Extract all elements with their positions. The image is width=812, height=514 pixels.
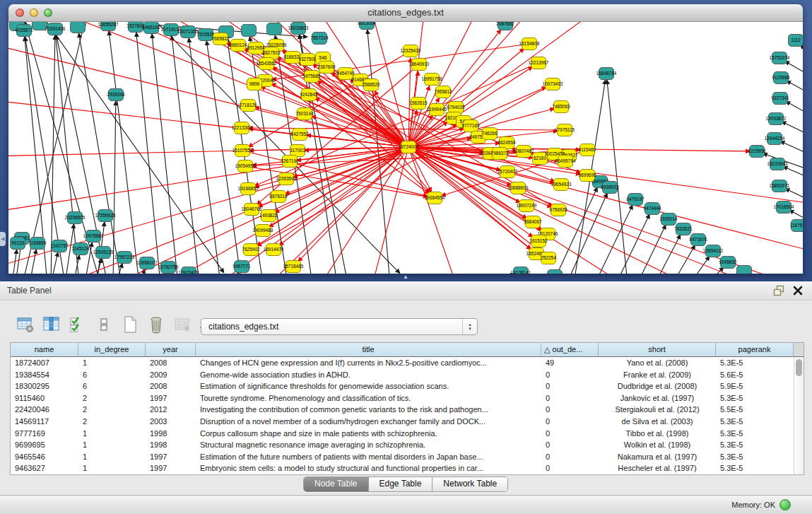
graph-node[interactable] [242, 25, 257, 37]
table-row[interactable]: 1456911722003Disruption of a novel membe… [11, 416, 794, 428]
graph-node[interactable] [71, 22, 86, 33]
graph-node-label: 18640910 [409, 62, 430, 66]
table-row[interactable]: 977716911998Corpus callosum shape and si… [11, 428, 794, 440]
column-header-short[interactable]: short [599, 343, 716, 357]
table-cell: 2003 [146, 416, 196, 428]
table-cell: 0 [541, 416, 599, 428]
graph-node-label: 6794028 [447, 105, 465, 110]
graph-node-label: 9474444 [643, 206, 661, 211]
graph-node-label: 20206505 [65, 215, 86, 220]
graph-node-label: 9242845 [300, 92, 318, 97]
table-cell: 1 [78, 439, 146, 451]
table-cell: 5.6E-5 [716, 369, 794, 381]
table-cell: 5.3E-5 [716, 451, 794, 463]
graph-node-label: 16046766 [242, 206, 262, 211]
table-cell: 18300295 [11, 380, 78, 392]
column-header-in-degree[interactable]: in_degree [78, 343, 146, 357]
graph-node-label: 16543562 [257, 61, 277, 66]
graph-node-label: 317003 [290, 148, 305, 153]
table-cell: 6 [78, 369, 146, 381]
column-header-pagerank[interactable]: pagerank [716, 343, 794, 357]
float-panel-icon[interactable] [773, 285, 785, 296]
table-cell: 2009 [146, 369, 196, 381]
table-row[interactable]: 1938455462009Genome-wide association stu… [11, 369, 794, 381]
close-panel-icon[interactable] [792, 284, 804, 296]
table-cell: Estimation of the future numbers of pati… [196, 451, 541, 463]
graph-node-label: 99133 [11, 240, 24, 245]
table-row[interactable]: 911546021997Tourette syndrome. Phenomeno… [11, 392, 794, 404]
tab-edge-table[interactable]: Edge Table [369, 477, 433, 491]
graph-node-label: 8912954 [247, 45, 265, 50]
graph-node-label: 12444154 [765, 136, 785, 141]
graph-node-label: 16848784 [596, 71, 617, 76]
graph-node-label: 2935346 [107, 92, 125, 97]
graph-node-label: 12923478 [179, 270, 199, 274]
cytoscape-desktop: citations_edges.txt 40355712039140610655… [0, 0, 812, 281]
graph-node-label: 8215956 [748, 148, 766, 153]
tab-node-table[interactable]: Node Table [304, 477, 369, 491]
table-cell: 1997 [146, 462, 196, 474]
table-cell: 9465546 [11, 451, 78, 463]
table-cell: 1 [78, 428, 146, 440]
table-cell: 1998 [146, 439, 196, 451]
column-header-title[interactable]: title [196, 343, 541, 357]
table-settings-icon[interactable] [16, 314, 35, 335]
graph-node-label: 7625402 [242, 247, 260, 252]
graph-node-label: 3827503 [262, 50, 281, 55]
graph-node[interactable] [737, 266, 752, 274]
import-table-icon-disabled [172, 314, 192, 335]
graph-node-label: 19054955 [235, 163, 256, 168]
column-visibility-icon[interactable] [42, 314, 61, 335]
network-window-titlebar[interactable]: citations_edges.txt [8, 4, 803, 22]
table-row[interactable]: 969969511998Structural magnetic resonanc… [11, 439, 794, 451]
table-row[interactable]: 946554611997Estimation of the future num… [11, 451, 794, 463]
table-scrollbar[interactable] [794, 357, 804, 474]
table-row[interactable]: 2242004622012Investigating the contribut… [11, 404, 794, 416]
table-cell: 2008 [146, 380, 196, 392]
graph-node-label: 3684067 [524, 219, 542, 224]
graph-node-label: 2367608 [317, 64, 336, 69]
graph-node-label: 7833416 [546, 273, 564, 274]
table-selector-dropdown[interactable]: citations_edges.txt ▲▼ [201, 318, 478, 335]
network-canvas[interactable]: 4035571203914061065528715276026466160107… [8, 22, 803, 274]
graph-node-label: 26495794 [555, 158, 576, 163]
graph-node-label: 16033803 [288, 25, 309, 30]
table-row[interactable]: 946362711997Embryonic stem cells: a mode… [11, 462, 794, 474]
memory-status-label: Memory: OK [731, 501, 775, 509]
graph-node-label: 2087682 [496, 22, 514, 26]
graph-node-label: 9227341 [771, 95, 789, 100]
memory-status-indicator [779, 499, 791, 510]
panel-collapse-arrow[interactable]: ◀ [0, 232, 6, 246]
column-header-name[interactable]: name [11, 343, 78, 357]
tab-network-table[interactable]: Network Table [433, 477, 507, 491]
table-cell: Nakamura et al. (1997) [599, 451, 716, 463]
table-cell: Dudbridge et al. (2008) [599, 380, 716, 392]
graph-node-label: 16210643 [767, 161, 788, 166]
row-height-icon[interactable] [94, 314, 114, 335]
graph-node-label: 15720407 [498, 169, 518, 174]
graph-node-label: 5975685 [302, 74, 321, 78]
table-cell: 9463627 [11, 462, 78, 474]
column-header-out-de-[interactable]: △ out_de... [541, 343, 599, 357]
delete-column-icon[interactable] [146, 314, 166, 335]
new-column-icon[interactable] [120, 314, 140, 335]
table-cell: 2008 [146, 357, 196, 369]
table-row[interactable]: 1830029562008Estimation of significance … [11, 380, 794, 392]
column-header-year[interactable]: year [146, 343, 196, 357]
table-cell: 0 [541, 404, 599, 416]
network-graph[interactable]: 4035571203914061065528715276026466160107… [8, 22, 803, 274]
table-cell: Investigating the contribution of common… [196, 404, 541, 416]
graph-node[interactable] [267, 23, 282, 35]
dropdown-stepper-icon: ▲▼ [462, 319, 477, 334]
table-cell: Hescheler et al. (1997) [599, 462, 716, 474]
table-row[interactable]: 1872400712008Changes of HCN gene express… [11, 357, 794, 369]
scrollbar-thumb[interactable] [796, 359, 802, 376]
select-rows-icon[interactable] [68, 314, 88, 335]
graph-node-label: 7986372 [490, 151, 509, 156]
table-cell: 0 [541, 439, 599, 451]
graph-node-label: 1562615 [409, 100, 428, 105]
graph-node-label: 9457771 [233, 264, 251, 269]
table-cell: Tourette syndrome. Phenomenology and cla… [196, 392, 541, 404]
graph-node-label: 23226058 [266, 42, 287, 47]
table-cell: 1 [78, 451, 146, 463]
